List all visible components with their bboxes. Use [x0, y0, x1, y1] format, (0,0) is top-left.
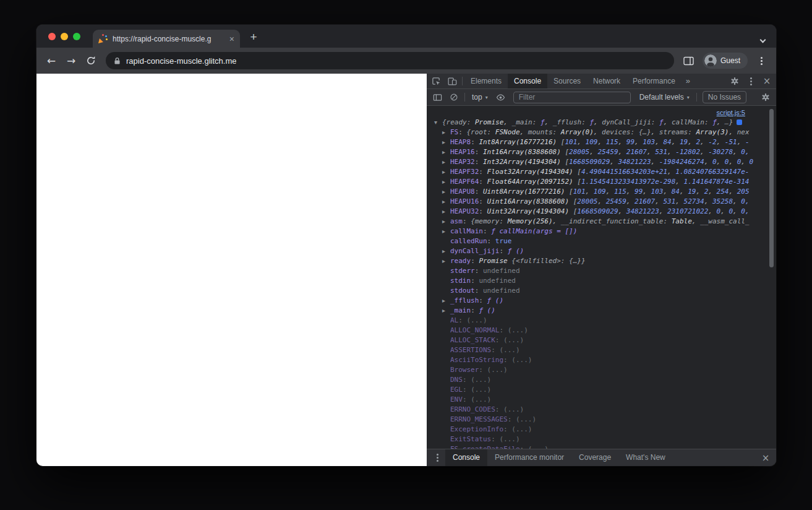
issues-button[interactable]: No Issues: [703, 91, 746, 103]
back-button[interactable]: ←: [43, 52, 60, 69]
console-messages[interactable]: script.js:5 ▾{ready: Promise, _main: ƒ, …: [427, 106, 776, 449]
gear-icon: [761, 93, 770, 102]
console-property-row: ▸callMain: ƒ callMain(args = []): [427, 227, 776, 236]
tab-title: https://rapid-concise-muscle.g: [113, 35, 224, 43]
tab-search-chevron-icon[interactable]: [761, 33, 765, 45]
disclosure-triangle-icon[interactable]: ▾: [434, 118, 442, 127]
disclosure-triangle-icon[interactable]: ▸: [442, 187, 450, 197]
inspect-element-button[interactable]: [428, 74, 444, 89]
devtools-menu-button[interactable]: [743, 74, 759, 89]
console-property-row: ExitStatus: (...): [427, 434, 776, 444]
browser-tab[interactable]: https://rapid-concise-muscle.g ×: [93, 30, 240, 48]
console-property-row: AsciiToString: (...): [427, 355, 776, 365]
disclosure-triangle-icon[interactable]: ▸: [442, 137, 450, 147]
side-panel-button[interactable]: [680, 52, 698, 69]
eye-icon: [496, 93, 505, 102]
console-property-row: ASSERTIONS: (...): [427, 345, 776, 355]
console-property-row: ▸_main: ƒ (): [427, 306, 776, 316]
console-sidebar-button[interactable]: [429, 89, 445, 105]
console-property-row: ▸HEAP32: Int32Array(4194304) [1668509029…: [427, 157, 776, 167]
console-property-row: ▸HEAPU32: Uint32Array(4194304) [16685090…: [427, 207, 776, 217]
profile-label: Guest: [720, 56, 740, 65]
log-levels-value: Default levels: [639, 93, 684, 102]
disclosure-triangle-icon[interactable]: ▸: [442, 147, 450, 157]
tab-network[interactable]: Network: [587, 74, 626, 89]
inspect-cursor-icon: [432, 77, 441, 86]
browser-menu-button[interactable]: [753, 52, 770, 69]
browser-window: https://rapid-concise-muscle.g × + ← → r…: [36, 25, 776, 466]
more-tabs-icon[interactable]: »: [682, 74, 694, 89]
console-scrollbar[interactable]: [769, 109, 774, 267]
disclosure-triangle-icon[interactable]: ▸: [442, 217, 450, 227]
close-window-button[interactable]: [48, 33, 56, 40]
console-property-row: ▸_fflush: ƒ (): [427, 296, 776, 306]
console-log-summary-row: ▾{ready: Promise, _main: ƒ, _fflush: ƒ, …: [427, 118, 776, 127]
device-toolbar-icon: [448, 77, 457, 86]
clear-console-button[interactable]: [446, 89, 462, 105]
context-selector-value: top: [472, 93, 482, 102]
console-message-source: script.js:5: [427, 108, 776, 118]
profile-button[interactable]: Guest: [703, 53, 748, 69]
drawer-tab-performance-monitor[interactable]: Performance monitor: [487, 449, 571, 466]
address-bar[interactable]: rapid-concise-muscle.glitch.me: [106, 52, 674, 69]
context-selector[interactable]: top ▾: [468, 93, 492, 102]
console-property-row: ▸HEAPU8: Uint8Array(16777216) [101, 109,…: [427, 187, 776, 197]
disclosure-triangle-icon[interactable]: ▸: [442, 167, 450, 177]
console-property-row: Browser: (...): [427, 365, 776, 375]
chevron-down-icon: ▾: [485, 95, 488, 100]
drawer-menu-button[interactable]: [429, 449, 445, 466]
drawer-tab-console[interactable]: Console: [445, 449, 487, 466]
close-devtools-button[interactable]: ×: [759, 74, 775, 89]
disclosure-triangle-icon[interactable]: ▸: [442, 246, 450, 256]
device-toolbar-button[interactable]: [444, 74, 460, 89]
console-property-row: ▸HEAP8: Int8Array(16777216) [101, 109, 1…: [427, 137, 776, 147]
window-controls: [48, 33, 80, 40]
console-property-row: stdout: undefined: [427, 286, 776, 296]
minimize-window-button[interactable]: [61, 33, 68, 40]
console-property-row: ALLOC_STACK: (...): [427, 335, 776, 345]
disclosure-triangle-icon[interactable]: ▸: [442, 256, 450, 266]
disclosure-triangle-icon[interactable]: ▸: [442, 207, 450, 217]
lock-icon[interactable]: [114, 57, 121, 65]
console-property-row: ExceptionInfo: (...): [427, 425, 776, 434]
reload-icon: [86, 56, 96, 66]
object-info-badge[interactable]: [737, 119, 742, 125]
disclosure-triangle-icon[interactable]: ▸: [442, 157, 450, 167]
disclosure-triangle-icon[interactable]: ▸: [442, 127, 450, 137]
tab-sources[interactable]: Sources: [547, 74, 587, 89]
console-log-rows: ▾{ready: Promise, _main: ƒ, _fflush: ƒ, …: [427, 118, 776, 449]
tab-strip: https://rapid-concise-muscle.g × +: [36, 25, 776, 48]
forward-button[interactable]: →: [62, 52, 80, 69]
url-text: rapid-concise-muscle.glitch.me: [126, 56, 236, 66]
zoom-window-button[interactable]: [73, 33, 80, 40]
console-property-row: ▸HEAPF64: Float64Array(2097152) [1.15454…: [427, 177, 776, 187]
disclosure-triangle-icon[interactable]: ▸: [442, 306, 450, 316]
reload-button[interactable]: [82, 52, 100, 69]
devtools-settings-button[interactable]: [727, 74, 743, 89]
kebab-menu-icon: [437, 457, 438, 459]
devtools-tab-bar: Elements Console Sources Network Perform…: [427, 74, 776, 89]
tab-close-icon[interactable]: ×: [229, 35, 234, 43]
console-property-row: calledRun: true: [427, 236, 776, 246]
console-property-row: stderr: undefined: [427, 266, 776, 276]
disclosure-triangle-icon[interactable]: ▸: [442, 296, 450, 306]
close-drawer-button[interactable]: ×: [758, 449, 774, 466]
tab-console[interactable]: Console: [508, 74, 547, 89]
filter-input[interactable]: [513, 92, 631, 103]
disclosure-triangle-icon[interactable]: ▸: [442, 177, 450, 187]
new-tab-button[interactable]: +: [246, 29, 262, 45]
tab-favicon-icon: [98, 34, 108, 43]
live-expression-button[interactable]: [493, 89, 509, 105]
console-property-row: ALLOC_NORMAL: (...): [427, 326, 776, 335]
console-property-row: ERRNO_MESSAGES: (...): [427, 415, 776, 425]
log-levels-selector[interactable]: Default levels ▾: [635, 93, 694, 102]
drawer-tab-whats-new[interactable]: What's New: [618, 449, 673, 466]
source-link[interactable]: script.js:5: [717, 109, 745, 116]
tab-performance[interactable]: Performance: [626, 74, 682, 89]
disclosure-triangle-icon[interactable]: ▸: [442, 197, 450, 207]
drawer-tab-coverage[interactable]: Coverage: [571, 449, 618, 466]
tab-elements[interactable]: Elements: [464, 74, 508, 89]
disclosure-triangle-icon[interactable]: ▸: [442, 227, 450, 236]
console-settings-button[interactable]: [758, 89, 774, 105]
console-property-row: ▸HEAPF32: Float32Array(4194304) [4.49044…: [427, 167, 776, 177]
